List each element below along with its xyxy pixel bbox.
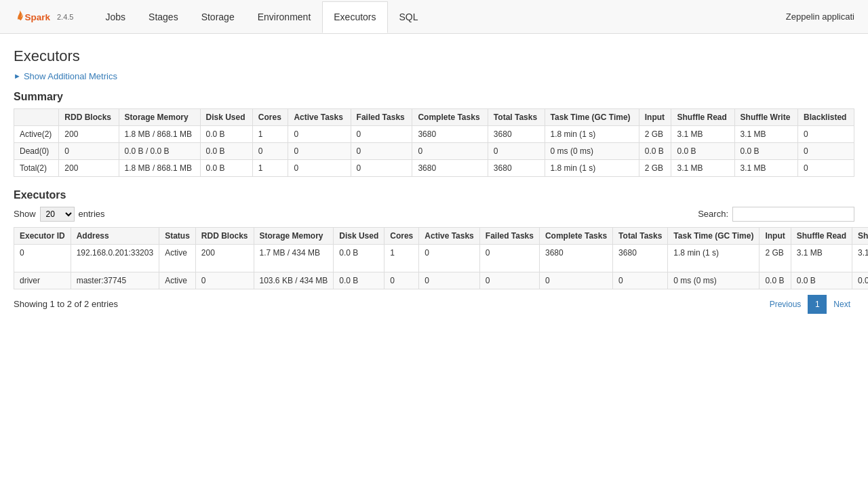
exec-col-tasktime[interactable]: Task Time (GC Time): [668, 227, 760, 244]
exec-row0-failed: 0: [479, 244, 539, 272]
exec-col-total[interactable]: Total Tasks: [613, 227, 668, 244]
exec-col-storage[interactable]: Storage Memory: [254, 227, 334, 244]
exec-col-active[interactable]: Active Tasks: [419, 227, 480, 244]
summary-table: RDD Blocks Storage Memory Disk Used Core…: [14, 108, 854, 177]
nav-item-stages[interactable]: Stages: [137, 1, 190, 33]
summary-col-shufflewrite: Shuffle Write: [734, 108, 798, 125]
exec-row1-id: driver: [14, 272, 71, 289]
summary-active-complete: 3680: [412, 125, 488, 142]
pagination: Previous 1 Next: [766, 295, 854, 314]
summary-total-activetasks: 0: [288, 159, 351, 176]
exec-row1-rdd: 0: [195, 272, 254, 289]
summary-active-disk: 0.0 B: [200, 125, 252, 142]
summary-active-rdd: 200: [59, 125, 119, 142]
summary-dead-tasktime: 0 ms (0 ms): [545, 142, 639, 159]
table-footer: Showing 1 to 2 of 2 entries Previous 1 N…: [14, 295, 854, 314]
exec-col-cores[interactable]: Cores: [384, 227, 419, 244]
summary-total-input: 2 GB: [639, 159, 671, 176]
show-label: Show: [14, 209, 36, 219]
summary-active-label: Active(2): [14, 125, 59, 142]
exec-col-shuffleread[interactable]: Shuffle Read: [791, 227, 852, 244]
exec-row0-total: 3680: [613, 244, 668, 272]
exec-row1-total: 0: [613, 272, 668, 289]
svg-text:Spark: Spark: [25, 12, 51, 22]
exec-row0-status: Active: [159, 244, 196, 272]
exec-col-rdd[interactable]: RDD Blocks: [195, 227, 254, 244]
summary-dead-cores: 0: [252, 142, 288, 159]
nav-item-environment[interactable]: Environment: [246, 1, 323, 33]
summary-total-label: Total(2): [14, 159, 59, 176]
nav-item-sql[interactable]: SQL: [388, 1, 430, 33]
exec-row1-failed: 0: [479, 272, 539, 289]
exec-row1-disk: 0.0 B: [334, 272, 384, 289]
pagination-next[interactable]: Next: [829, 297, 854, 312]
summary-row-total: Total(2) 200 1.8 MB / 868.1 MB 0.0 B 1 0…: [14, 159, 854, 176]
exec-row1-shufflewrite: 0.0 B: [852, 272, 868, 289]
exec-row1-shuffleread: 0.0 B: [791, 272, 852, 289]
summary-total-rdd: 200: [59, 159, 119, 176]
nav-links: Jobs Stages Storage Environment Executor…: [94, 1, 785, 33]
summary-total-cores: 1: [252, 159, 288, 176]
summary-col-active: Active Tasks: [288, 108, 351, 125]
exec-col-complete[interactable]: Complete Tasks: [539, 227, 612, 244]
summary-total-complete: 3680: [412, 159, 488, 176]
summary-dead-shufflewrite: 0.0 B: [734, 142, 798, 159]
summary-total-shufflewrite: 3.1 MB: [734, 159, 798, 176]
summary-total-total: 3680: [488, 159, 545, 176]
nav-item-storage[interactable]: Storage: [190, 1, 246, 33]
exec-row0-tasktime: 1.8 min (1 s): [668, 244, 760, 272]
summary-dead-rdd: 0: [59, 142, 119, 159]
summary-row-active: Active(2) 200 1.8 MB / 868.1 MB 0.0 B 1 …: [14, 125, 854, 142]
show-additional-metrics-link[interactable]: ► Show Additional Metrics: [14, 71, 117, 81]
exec-col-disk[interactable]: Disk Used: [334, 227, 384, 244]
exec-row0-shufflewrite: 3.1 MB: [852, 244, 868, 272]
exec-col-id[interactable]: Executor ID: [14, 227, 71, 244]
exec-row0-input: 2 GB: [760, 244, 791, 272]
exec-row0-address: 192.168.0.201:33203: [71, 244, 159, 272]
exec-row0-cores: 1: [384, 244, 419, 272]
exec-row1-complete: 0: [539, 272, 612, 289]
exec-col-input[interactable]: Input: [760, 227, 791, 244]
summary-dead-activetasks: 0: [288, 142, 351, 159]
summary-col-complete: Complete Tasks: [412, 108, 488, 125]
summary-col-storage: Storage Memory: [119, 108, 200, 125]
entries-label: entries: [79, 209, 105, 219]
summary-total-failedtasks: 0: [351, 159, 412, 176]
exec-row1-input: 0.0 B: [760, 272, 791, 289]
nav-item-jobs[interactable]: Jobs: [94, 1, 137, 33]
exec-row1-status: Active: [159, 272, 196, 289]
spark-version: 2.4.5: [57, 13, 73, 21]
summary-active-storage: 1.8 MB / 868.1 MB: [119, 125, 200, 142]
search-input[interactable]: [732, 207, 854, 222]
summary-dead-storage: 0.0 B / 0.0 B: [119, 142, 200, 159]
exec-col-shufflewrite[interactable]: Shuffle Write: [852, 227, 868, 244]
summary-total-tasktime: 1.8 min (1 s): [545, 159, 639, 176]
summary-total-shuffleread: 3.1 MB: [671, 159, 734, 176]
search-box: Search:: [698, 207, 854, 222]
exec-row1-storage: 103.6 KB / 434 MB: [254, 272, 334, 289]
entries-select[interactable]: 10 20 50 100: [40, 207, 75, 222]
navbar: Spark 2.4.5 Jobs Stages Storage Environm…: [0, 0, 868, 34]
summary-col-shuffleread: Shuffle Read: [671, 108, 734, 125]
exec-col-address[interactable]: Address: [71, 227, 159, 244]
summary-dead-total: 0: [488, 142, 545, 159]
summary-active-blacklisted: 0: [798, 125, 854, 142]
pagination-page-1[interactable]: 1: [808, 295, 827, 314]
summary-col-cores: Cores: [252, 108, 288, 125]
summary-active-input: 2 GB: [639, 125, 671, 142]
summary-col-input: Input: [639, 108, 671, 125]
summary-dead-label: Dead(0): [14, 142, 59, 159]
exec-row0-rdd: 200: [195, 244, 254, 272]
pagination-previous[interactable]: Previous: [766, 297, 806, 312]
nav-item-executors[interactable]: Executors: [322, 1, 387, 33]
main-content: Executors ► Show Additional Metrics Summ…: [0, 34, 868, 327]
summary-dead-blacklisted: 0: [798, 142, 854, 159]
showing-entries: Showing 1 to 2 of 2 entries: [14, 299, 118, 309]
exec-row0-shuffleread: 3.1 MB: [791, 244, 852, 272]
summary-dead-input: 0.0 B: [639, 142, 671, 159]
navbar-right-text: Zeppelin applicati: [786, 12, 854, 22]
summary-active-failedtasks: 0: [351, 125, 412, 142]
exec-col-failed[interactable]: Failed Tasks: [479, 227, 539, 244]
summary-col-label: [14, 108, 59, 125]
exec-col-status[interactable]: Status: [159, 227, 196, 244]
